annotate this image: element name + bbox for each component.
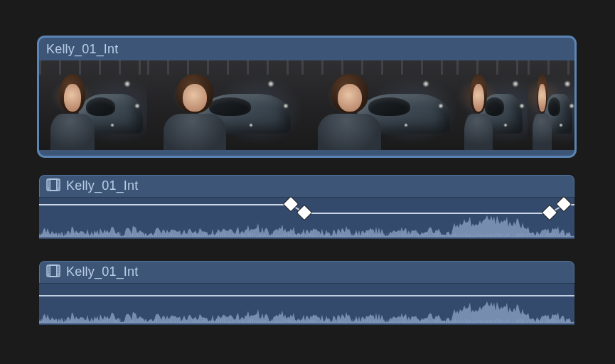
filmstrip-icon	[46, 178, 60, 191]
video-thumbnail	[147, 60, 301, 150]
svg-rect-1	[50, 179, 57, 191]
svg-rect-4	[48, 185, 49, 186]
video-thumbnail	[456, 60, 528, 150]
svg-rect-22	[58, 273, 59, 274]
svg-rect-3	[48, 183, 49, 184]
svg-rect-8	[58, 183, 59, 184]
timeline-audio-clip-1[interactable]: Kelly_01_Int	[39, 175, 574, 239]
video-thumbnail	[301, 60, 456, 150]
svg-rect-11	[58, 188, 59, 190]
svg-rect-18	[48, 274, 49, 276]
svg-rect-17	[48, 273, 49, 274]
clip-name-label: Kelly_01_Int	[66, 178, 138, 193]
video-thumbnail-strip[interactable]	[39, 60, 574, 150]
waveform-svg	[39, 284, 574, 325]
svg-rect-14	[48, 267, 49, 268]
clip-name-label: Kelly_01_Int	[66, 264, 138, 279]
svg-rect-9	[58, 185, 59, 186]
svg-rect-5	[48, 187, 49, 188]
svg-rect-20	[58, 269, 59, 270]
audio-waveform[interactable]	[39, 197, 574, 239]
volume-segment[interactable]	[39, 204, 291, 205]
volume-segment[interactable]	[304, 213, 550, 214]
audio-waveform[interactable]	[39, 283, 574, 325]
svg-rect-2	[48, 181, 49, 182]
clip-name-label: Kelly_01_Int	[46, 42, 118, 56]
video-thumbnail	[39, 60, 147, 150]
svg-rect-7	[58, 181, 59, 182]
svg-rect-6	[48, 188, 49, 190]
svg-rect-13	[50, 265, 57, 277]
timeline-video-clip[interactable]: Kelly_01_Int	[39, 38, 574, 156]
clip-title: Kelly_01_Int	[39, 38, 574, 60]
clip-title: Kelly_01_Int	[39, 175, 574, 197]
filmstrip-icon	[46, 264, 60, 277]
svg-rect-23	[58, 274, 59, 276]
video-thumbnail	[528, 60, 574, 150]
volume-line[interactable]	[39, 295, 574, 296]
svg-rect-19	[58, 267, 59, 268]
svg-rect-15	[48, 269, 49, 270]
svg-rect-16	[48, 271, 49, 272]
clip-title: Kelly_01_Int	[39, 261, 574, 283]
svg-rect-10	[58, 187, 59, 188]
svg-rect-21	[58, 271, 59, 272]
timeline-audio-clip-2[interactable]: Kelly_01_Int	[39, 261, 574, 325]
